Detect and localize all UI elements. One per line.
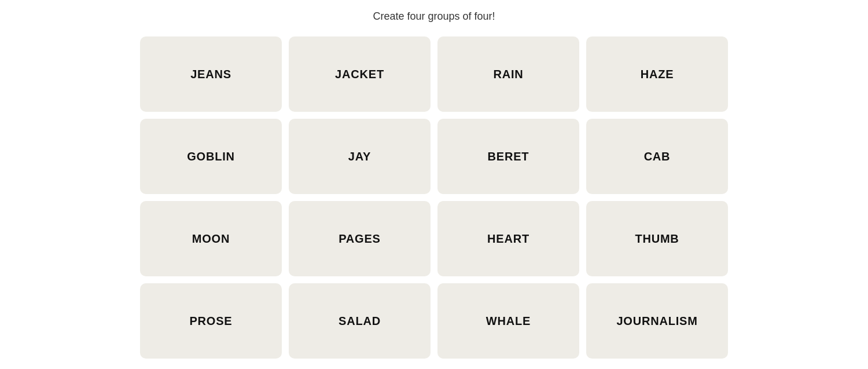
tile-salad[interactable]: SALAD [289,283,431,359]
tile-label-salad: SALAD [339,315,381,328]
tile-jeans[interactable]: JEANS [140,36,282,112]
tile-label-whale: WHALE [486,315,531,328]
tile-label-beret: BERET [488,150,529,163]
tile-label-prose: PROSE [189,315,232,328]
instruction-text: Create four groups of four! [373,10,495,23]
tile-thumb[interactable]: THUMB [586,201,728,276]
tile-heart[interactable]: HEART [437,201,579,276]
tile-haze[interactable]: HAZE [586,36,728,112]
tile-jay[interactable]: JAY [289,119,431,194]
tile-label-jeans: JEANS [190,68,231,81]
tile-label-thumb: THUMB [635,232,679,246]
tile-label-heart: HEART [487,232,529,246]
tile-label-rain: RAIN [493,68,523,81]
tile-whale[interactable]: WHALE [437,283,579,359]
tile-label-haze: HAZE [641,68,674,81]
tile-goblin[interactable]: GOBLIN [140,119,282,194]
tile-pages[interactable]: PAGES [289,201,431,276]
tile-label-jacket: JACKET [335,68,384,81]
tile-label-cab: CAB [644,150,671,163]
tile-label-moon: MOON [192,232,230,246]
tile-moon[interactable]: MOON [140,201,282,276]
tile-prose[interactable]: PROSE [140,283,282,359]
tile-label-pages: PAGES [339,232,381,246]
tile-label-goblin: GOBLIN [187,150,235,163]
tile-journalism[interactable]: JOURNALISM [586,283,728,359]
tile-beret[interactable]: BERET [437,119,579,194]
word-grid: JEANSJACKETRAINHAZEGOBLINJAYBERETCABMOON… [140,36,728,359]
tile-label-journalism: JOURNALISM [616,315,697,328]
tile-cab[interactable]: CAB [586,119,728,194]
tile-rain[interactable]: RAIN [437,36,579,112]
tile-jacket[interactable]: JACKET [289,36,431,112]
tile-label-jay: JAY [348,150,371,163]
